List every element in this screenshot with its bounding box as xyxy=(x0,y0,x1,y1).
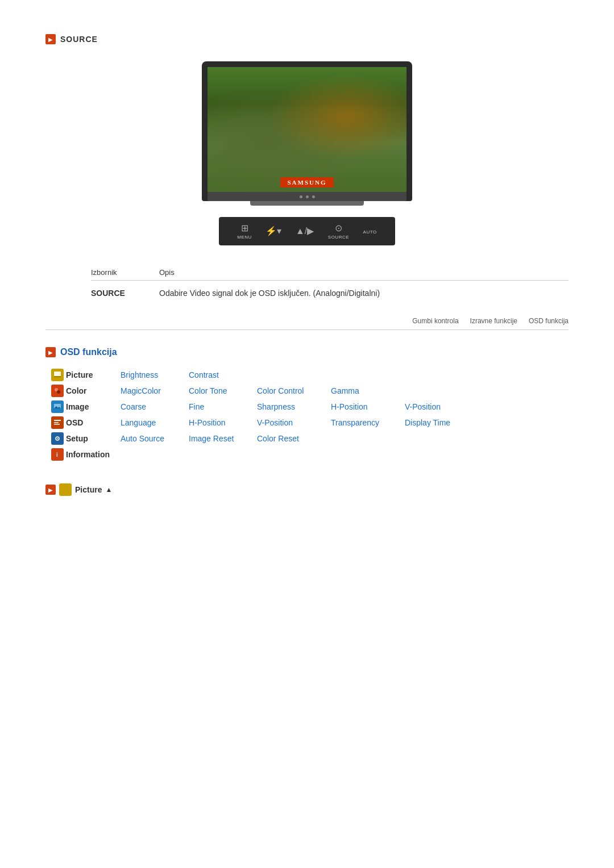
breadcrumb: Gumbi kontrola Izravne funkcije OSD funk… xyxy=(45,317,569,330)
brightness-button[interactable]: ⚡▾ xyxy=(265,226,281,237)
monitor-screen: SAMSUNG xyxy=(208,67,406,192)
menu-contrast[interactable]: Contrast xyxy=(189,370,257,379)
menu-row-image: Image Coarse Fine Sharpness H-Position V… xyxy=(51,400,569,413)
svg-rect-11 xyxy=(54,422,59,423)
menu-fine[interactable]: Fine xyxy=(189,402,257,411)
menu-image-reset[interactable]: Image Reset xyxy=(189,434,257,443)
osd-title: OSD funkcija xyxy=(60,347,117,357)
info-icon: i xyxy=(51,448,64,461)
category-setup: Setup xyxy=(64,434,121,443)
table-cell-desc: Odabire Video signal dok je OSD isključe… xyxy=(159,289,569,298)
samsung-logo: SAMSUNG xyxy=(280,177,333,187)
menu-v-position-image[interactable]: V-Position xyxy=(405,402,479,411)
control-bar: ⊞ MENU ⚡▾ ▲/▶ ⊙ SOURCE AUTO xyxy=(219,217,395,245)
picture-footer: Picture ▲ xyxy=(45,483,569,496)
monitor-container: SAMSUNG ⊞ MENU ⚡▾ ▲/▶ ⊙ SOURCE AUTO xyxy=(45,61,569,245)
menu-row-picture: Picture Brightness Contrast xyxy=(51,369,569,381)
menu-h-position-image[interactable]: H-Position xyxy=(331,402,405,411)
menu-language[interactable]: Language xyxy=(121,418,189,427)
table-section: Izbornik Opis SOURCE Odabire Video signa… xyxy=(91,268,569,300)
menu-brightness[interactable]: Brightness xyxy=(121,370,189,379)
brightness-icon: ⚡▾ xyxy=(265,226,281,236)
monitor-stand-base xyxy=(250,201,364,206)
source-ctrl-icon: ⊙ xyxy=(335,223,342,233)
osd-header: OSD funkcija xyxy=(45,347,569,357)
breadcrumb-gumbi[interactable]: Gumbi kontrola xyxy=(412,317,458,325)
menu-auto-source[interactable]: Auto Source xyxy=(121,434,189,443)
osd-section: OSD funkcija Picture Brightness Contrast… xyxy=(45,347,569,461)
menu-row-setup: Setup Auto Source Image Reset Color Rese… xyxy=(51,432,569,445)
category-osd: OSD xyxy=(64,418,121,427)
picture-footer-icon xyxy=(45,485,56,495)
menu-display-time[interactable]: Display Time xyxy=(405,418,479,427)
menu-gamma[interactable]: Gamma xyxy=(331,386,405,395)
source-icon xyxy=(45,34,56,44)
source-button[interactable]: ⊙ SOURCE xyxy=(328,223,349,240)
category-color: Color xyxy=(64,386,121,395)
svg-point-5 xyxy=(57,390,60,394)
nav-icon: ▲/▶ xyxy=(296,226,314,236)
breadcrumb-izravne[interactable]: Izravne funkcije xyxy=(470,317,517,325)
picture-footer-label: Picture xyxy=(75,485,102,494)
category-information: Information xyxy=(64,450,121,459)
monitor-dot-3 xyxy=(312,195,315,198)
menu-v-position-osd[interactable]: V-Position xyxy=(257,418,331,427)
table-cell-menu: SOURCE xyxy=(91,289,159,298)
table-header: Izbornik Opis xyxy=(91,268,569,281)
svg-rect-10 xyxy=(54,420,61,421)
menu-icon: ⊞ xyxy=(241,223,248,233)
svg-text:i: i xyxy=(56,452,58,458)
menu-coarse[interactable]: Coarse xyxy=(121,402,189,411)
osd-section-icon xyxy=(45,347,56,357)
auto-label: AUTO xyxy=(363,229,377,235)
category-image: Image xyxy=(64,402,121,411)
source-ctrl-label: SOURCE xyxy=(328,235,349,240)
picture-icon xyxy=(51,369,64,381)
monitor-frame: SAMSUNG xyxy=(202,61,412,201)
menu-label: MENU xyxy=(237,235,252,240)
menu-sharpness[interactable]: Sharpness xyxy=(257,402,331,411)
breadcrumb-osd[interactable]: OSD funkcija xyxy=(529,317,569,325)
picture-footer-icon2 xyxy=(59,483,72,496)
auto-button[interactable]: AUTO xyxy=(363,228,377,235)
source-header: SOURCE xyxy=(45,34,569,44)
menu-button[interactable]: ⊞ MENU xyxy=(237,223,252,240)
color-icon xyxy=(51,385,64,397)
menu-transparency[interactable]: Transparency xyxy=(331,418,405,427)
source-title: SOURCE xyxy=(60,35,98,44)
menu-row-information: i Information xyxy=(51,448,569,461)
svg-point-15 xyxy=(57,438,58,439)
osd-icon-small xyxy=(51,416,64,429)
monitor-stand-top xyxy=(208,192,406,201)
menu-color-control[interactable]: Color Control xyxy=(257,386,331,395)
image-icon xyxy=(51,400,64,413)
monitor-dot-2 xyxy=(306,195,309,198)
nav-button[interactable]: ▲/▶ xyxy=(296,226,314,237)
monitor-screen-inner: SAMSUNG xyxy=(208,67,406,192)
osd-menu: Picture Brightness Contrast Color MagicC… xyxy=(45,369,569,461)
setup-icon xyxy=(51,432,64,445)
svg-rect-2 xyxy=(54,376,61,377)
table-row: SOURCE Odabire Video signal dok je OSD i… xyxy=(91,286,569,300)
menu-magiccolor[interactable]: MagicColor xyxy=(121,386,189,395)
monitor-dot-1 xyxy=(300,195,302,198)
col2-header: Opis xyxy=(159,268,569,277)
menu-color-reset[interactable]: Color Reset xyxy=(257,434,331,443)
menu-color-tone[interactable]: Color Tone xyxy=(189,386,257,395)
menu-h-position-osd[interactable]: H-Position xyxy=(189,418,257,427)
menu-row-osd: OSD Language H-Position V-Position Trans… xyxy=(51,416,569,429)
category-picture: Picture xyxy=(64,370,121,379)
col1-header: Izbornik xyxy=(91,268,159,277)
menu-row-color: Color MagicColor Color Tone Color Contro… xyxy=(51,385,569,397)
picture-footer-arrow: ▲ xyxy=(105,486,112,494)
svg-rect-12 xyxy=(54,424,60,425)
